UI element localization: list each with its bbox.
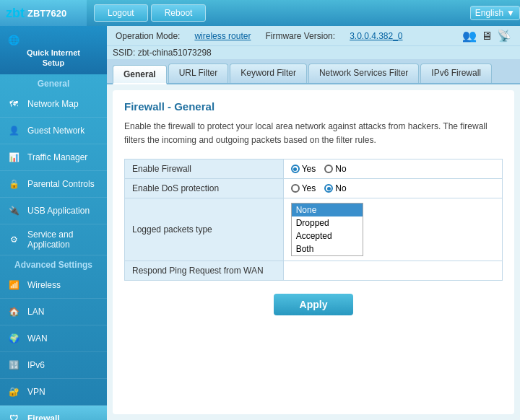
sidebar-item-vpn-label: VPN	[27, 387, 46, 397]
dropdown-option-none[interactable]: None	[292, 204, 363, 216]
firewall-yes-label: Yes	[302, 164, 316, 174]
quick-setup-icon: 🌐	[6, 32, 22, 48]
dos-no-radio[interactable]	[324, 184, 333, 193]
sidebar: 🌐 Quick InternetSetup General 🗺 Network …	[0, 26, 107, 420]
section-general-header: General	[0, 74, 107, 91]
users-icon: 👥	[462, 29, 477, 43]
section-advanced-header: Advanced Settings	[0, 255, 107, 272]
enable-firewall-label: Enable Firewall	[125, 159, 284, 179]
sidebar-item-firewall[interactable]: 🛡 Firewall	[0, 406, 107, 420]
firewall-yes-option[interactable]: Yes	[291, 164, 316, 174]
sidebar-item-network-map[interactable]: 🗺 Network Map	[0, 91, 107, 118]
sidebar-item-ipv6[interactable]: 🔢 IPv6	[0, 352, 107, 379]
top-navigation: Logout Reboot English ▼	[87, 4, 520, 22]
apply-button[interactable]: Apply	[274, 294, 354, 315]
firmware-label: Firmware Version:	[265, 31, 335, 41]
chevron-down-icon: ▼	[506, 8, 515, 18]
content-description: Enable the firewall to protect your loca…	[124, 120, 503, 147]
guest-network-icon: 👤	[6, 123, 22, 139]
enable-firewall-value: Yes No	[283, 159, 502, 179]
ssid-value[interactable]: zbt-china51073298	[138, 48, 212, 58]
topbar: zbt ZBT7620 Logout Reboot English ▼	[0, 0, 520, 26]
firewall-no-label: No	[335, 164, 346, 174]
operation-mode-value[interactable]: wireless router	[194, 31, 251, 41]
logged-packets-dropdown[interactable]: None Dropped Accepted Both	[291, 203, 363, 256]
service-application-icon: ⚙	[6, 232, 22, 248]
main-content: Operation Mode: wireless router Firmware…	[107, 26, 520, 420]
logo-model: ZBT7620	[27, 8, 66, 19]
tab-ipv6-firewall[interactable]: IPv6 Firewall	[420, 64, 492, 83]
page-title: Firewall - General	[124, 100, 503, 113]
settings-form: Enable Firewall Yes No	[124, 159, 503, 281]
operation-mode-label: Operation Mode:	[116, 31, 180, 41]
sidebar-item-vpn[interactable]: 🔐 VPN	[0, 379, 107, 406]
quick-internet-setup[interactable]: 🌐 Quick InternetSetup	[0, 26, 107, 74]
sidebar-item-parental-controls-label: Parental Controls	[27, 179, 95, 189]
table-row: Enable DoS protection Yes No	[125, 179, 503, 198]
sidebar-item-parental-controls[interactable]: 🔒 Parental Controls	[0, 171, 107, 198]
language-selector[interactable]: English ▼	[470, 6, 520, 20]
traffic-manager-icon: 📊	[6, 149, 22, 165]
ssid-label: SSID:	[113, 48, 135, 58]
sidebar-item-usb-application[interactable]: 🔌 USB Application	[0, 198, 107, 224]
dos-yes-option[interactable]: Yes	[291, 183, 316, 193]
firmware-value[interactable]: 3.0.0.4.382_0	[350, 31, 402, 41]
dropdown-option-accepted[interactable]: Accepted	[292, 229, 363, 242]
logged-packets-value: None Dropped Accepted Both	[283, 198, 502, 261]
sidebar-item-guest-network[interactable]: 👤 Guest Network	[0, 118, 107, 144]
enable-dos-value: Yes No	[283, 179, 502, 198]
wireless-icon: 📶	[6, 277, 22, 293]
parental-controls-icon: 🔒	[6, 176, 22, 192]
network-map-icon: 🗺	[6, 96, 22, 112]
sidebar-item-traffic-manager[interactable]: 📊 Traffic Manager	[0, 144, 107, 171]
firewall-no-option[interactable]: No	[324, 164, 346, 174]
dropdown-option-dropped[interactable]: Dropped	[292, 216, 363, 229]
table-row: Logged packets type None Dropped Accepte…	[125, 198, 503, 261]
enable-dos-label: Enable DoS protection	[125, 179, 284, 198]
content-area: Firewall - General Enable the firewall t…	[113, 90, 514, 414]
tab-url-filter[interactable]: URL Filter	[168, 64, 229, 83]
firewall-yes-radio[interactable]	[291, 165, 300, 173]
respond-ping-value	[283, 261, 502, 281]
tab-keyword-filter[interactable]: Keyword Filter	[230, 64, 307, 83]
table-row: Enable Firewall Yes No	[125, 159, 503, 179]
info-icons: 👥 🖥 📡	[462, 29, 511, 43]
sidebar-item-wan-label: WAN	[27, 333, 48, 344]
wifi-icon: 📡	[497, 29, 511, 43]
ipv6-icon: 🔢	[6, 357, 22, 373]
sidebar-item-lan[interactable]: 🏠 LAN	[0, 299, 107, 325]
layout: 🌐 Quick InternetSetup General 🗺 Network …	[0, 26, 520, 420]
sidebar-item-wireless[interactable]: 📶 Wireless	[0, 272, 107, 299]
dos-radio-group: Yes No	[291, 183, 495, 193]
sidebar-item-service-label: Service andApplication	[27, 229, 73, 250]
sidebar-item-usb-application-label: USB Application	[27, 206, 90, 216]
sidebar-item-wan[interactable]: 🌍 WAN	[0, 325, 107, 352]
ssid-bar: SSID: zbt-china51073298	[107, 46, 520, 59]
dos-yes-radio[interactable]	[291, 184, 300, 193]
sidebar-item-ipv6-label: IPv6	[27, 360, 45, 370]
dos-yes-label: Yes	[302, 183, 316, 193]
firewall-icon: 🛡	[6, 411, 22, 420]
firewall-no-radio[interactable]	[324, 165, 333, 173]
tabs: General URL Filter Keyword Filter Networ…	[107, 59, 520, 84]
sidebar-item-guest-network-label: Guest Network	[27, 126, 84, 136]
reboot-button[interactable]: Reboot	[151, 4, 207, 22]
tab-general[interactable]: General	[113, 65, 167, 84]
vpn-icon: 🔐	[6, 384, 22, 400]
dropdown-option-both[interactable]: Both	[292, 242, 363, 255]
usb-application-icon: 🔌	[6, 203, 22, 219]
respond-ping-label: Respond Ping Request from WAN	[125, 261, 284, 281]
sidebar-item-traffic-manager-label: Traffic Manager	[27, 152, 87, 162]
logout-button[interactable]: Logout	[94, 4, 148, 22]
logo: zbt ZBT7620	[0, 0, 87, 26]
logo-brand: zbt	[6, 6, 25, 21]
sidebar-item-network-map-label: Network Map	[27, 99, 79, 109]
table-row: Respond Ping Request from WAN	[125, 261, 503, 281]
sidebar-item-service-and-application[interactable]: ⚙ Service andApplication	[0, 224, 107, 255]
lan-icon: 🏠	[6, 304, 22, 320]
logged-packets-label: Logged packets type	[125, 198, 284, 261]
sidebar-item-firewall-label: Firewall	[27, 414, 60, 420]
tab-network-services-filter[interactable]: Network Services Filter	[308, 64, 419, 83]
dos-no-option[interactable]: No	[324, 183, 346, 193]
info-bar: Operation Mode: wireless router Firmware…	[107, 26, 520, 46]
